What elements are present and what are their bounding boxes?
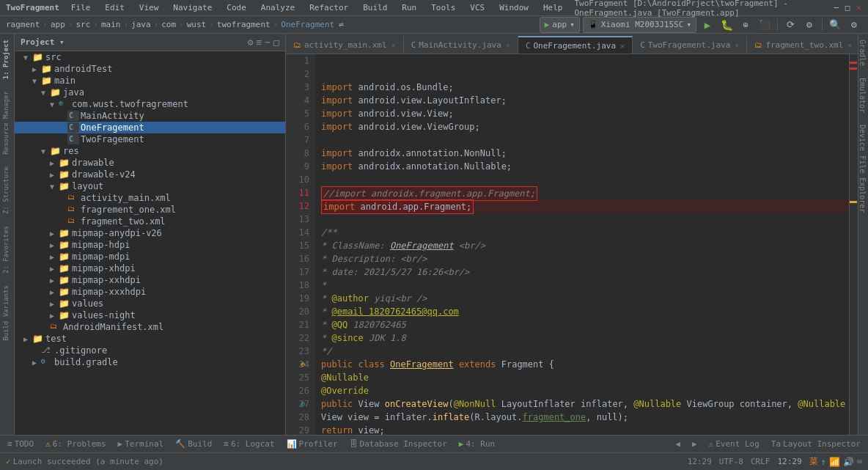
tree-item-values-night[interactable]: ▶ 📁 values-night xyxy=(15,309,285,321)
tab-onefragement-java[interactable]: C OneFragement.java ✕ xyxy=(518,36,633,54)
breadcrumb-java[interactable]: java xyxy=(131,20,151,29)
tree-item-mipmap-hdpi[interactable]: ▶ 📁 mipmap-hdpi xyxy=(15,239,285,251)
right-panel-gradle[interactable]: Gradle xyxy=(858,34,868,72)
bottom-tool-layout-inspector[interactable]: Ta Layout Inspector xyxy=(768,438,864,450)
tree-item-drawable-v24[interactable]: ▶ 📁 drawable-v24 xyxy=(15,169,285,180)
breadcrumb-src[interactable]: src xyxy=(76,20,90,29)
device-selector[interactable]: 📱 Xiaomi M2003J15SC ▾ xyxy=(583,17,696,33)
bottom-tool-run[interactable]: ▶ 4: Run xyxy=(456,438,498,450)
tree-item-onefragement[interactable]: ▶ C OneFragement xyxy=(15,122,285,133)
menu-item-window[interactable]: Window xyxy=(496,3,532,12)
sidebar-collapse-icon[interactable]: − xyxy=(265,37,271,48)
breadcrumb-onefragment[interactable]: OneFragment xyxy=(281,20,334,29)
breadcrumb-main[interactable]: main xyxy=(101,20,121,29)
breadcrumb-app[interactable]: app xyxy=(51,20,65,29)
maximize-btn[interactable]: □ xyxy=(844,3,850,13)
tab-mainactivity-java[interactable]: C MainActivity.java ✕ xyxy=(404,36,518,54)
menu-item-view[interactable]: View xyxy=(136,3,162,12)
menu-item-code[interactable]: Code xyxy=(224,3,249,12)
code-editor[interactable]: 1 2 3 4 5 6 7 8 9 10 11 12 13 14 xyxy=(286,54,849,435)
run-btn[interactable]: ▶ xyxy=(699,17,716,33)
tab-close-fragment-two[interactable]: ✕ xyxy=(847,41,852,49)
menu-item-edit[interactable]: Edit xyxy=(102,3,128,12)
settings2-btn[interactable]: ⚙ xyxy=(846,17,862,33)
menu-item-analyze[interactable]: Analyze xyxy=(258,3,298,12)
tree-item-mipmap-mdpi[interactable]: ▶ 📁 mipmap-mdpi xyxy=(15,251,285,262)
left-panel-resource[interactable]: Resource Manager xyxy=(0,85,14,161)
menu-item-tools[interactable]: Tools xyxy=(428,3,458,12)
close-btn[interactable]: ✕ xyxy=(856,3,862,13)
bottom-tool-build[interactable]: 🔨 Build xyxy=(172,438,215,450)
breadcrumb-com[interactable]: com xyxy=(161,20,176,29)
tab-close-activity-main[interactable]: ✕ xyxy=(391,41,396,49)
left-panel-build[interactable]: Build Variants xyxy=(0,279,14,347)
menu-item-help[interactable]: Help xyxy=(540,3,566,12)
search-btn[interactable]: 🔍 xyxy=(827,17,843,33)
bottom-tool-profiler[interactable]: 📊 Profiler xyxy=(284,438,341,450)
tab-activity-main-xml[interactable]: 🗂 activity_main.xml ✕ xyxy=(286,36,404,54)
tree-item-mipmap-anydpi[interactable]: ▶ 📁 mipmap-anydpi-v26 xyxy=(15,227,285,239)
breadcrumb-twofragment[interactable]: twofragment xyxy=(217,20,271,29)
status-line-sep[interactable]: CRLF xyxy=(751,457,770,466)
stop-btn[interactable]: ⬛ xyxy=(757,17,773,33)
breadcrumb-wust[interactable]: wust xyxy=(187,20,207,29)
left-panel-project[interactable]: 1: Project xyxy=(0,34,14,85)
menu-item-build[interactable]: Build xyxy=(360,3,390,12)
status-encoding[interactable]: UTF-8 xyxy=(719,457,743,466)
minimize-btn[interactable]: ─ xyxy=(833,3,839,13)
tree-item-test[interactable]: ▶ 📁 test xyxy=(15,333,285,345)
bottom-tool-problems[interactable]: ⚠ 6: Problems xyxy=(43,438,108,450)
menu-item-run[interactable]: Run xyxy=(399,3,419,12)
settings-btn[interactable]: ⚙ xyxy=(801,17,817,33)
menu-item-file[interactable]: File xyxy=(68,3,94,12)
tab-fragment-two-xml[interactable]: 🗂 fragment_two.xml ✕ xyxy=(747,36,858,54)
app-selector[interactable]: ▶ app ▾ xyxy=(540,17,580,33)
bottom-tool-event-log[interactable]: ⚠ Event Log xyxy=(706,438,762,450)
right-panel-device-file[interactable]: Device File Explorer xyxy=(858,119,868,219)
bottom-tool-database[interactable]: 🗄 Database Inspector xyxy=(347,438,450,450)
breadcrumb-ragment[interactable]: ragment xyxy=(6,20,40,29)
tree-item-package[interactable]: ▼ ⊕ com.wust.twofragrement xyxy=(15,98,285,110)
tree-item-mainactivity[interactable]: ▶ C MainActivity xyxy=(15,110,285,122)
sidebar-gear-icon[interactable]: ⚙ xyxy=(248,37,254,48)
bottom-tool-logcat[interactable]: ≡ 6: Logcat xyxy=(221,438,277,450)
tree-item-src[interactable]: ▼ 📁 src xyxy=(15,51,285,63)
tab-twofragement-java[interactable]: C TwoFragement.java ✕ xyxy=(633,36,747,54)
tree-item-res[interactable]: ▼ 📁 res xyxy=(15,145,285,157)
bottom-tool-terminal[interactable]: ▶ Terminal xyxy=(115,438,167,450)
bottom-tool-todo[interactable]: ≡ TODO xyxy=(4,438,37,450)
debug-btn[interactable]: 🐛 xyxy=(718,17,735,33)
bottom-scroll-left[interactable]: ◀ xyxy=(672,438,683,450)
tree-item-mipmap-xxhdpi[interactable]: ▶ 📁 mipmap-xxhdpi xyxy=(15,274,285,286)
tab-close-onefragement[interactable]: ✕ xyxy=(620,42,625,50)
tree-item-drawable[interactable]: ▶ 📁 drawable xyxy=(15,157,285,169)
tree-item-java[interactable]: ▼ 📁 java xyxy=(15,87,285,98)
tree-item-main[interactable]: ▼ 📁 main xyxy=(15,75,285,87)
sync-btn[interactable]: ⟳ xyxy=(782,17,798,33)
tree-item-gitignore[interactable]: ▶ ⎇ .gitignore xyxy=(15,345,285,356)
left-panel-favorites[interactable]: 2: Favorites xyxy=(0,220,14,279)
tree-item-fragment-two-xml[interactable]: ▶ 🗂 fragment_two.xml xyxy=(15,216,285,227)
sidebar-settings-icon[interactable]: ≡ xyxy=(257,37,262,48)
menu-item-navigate[interactable]: Navigate xyxy=(170,3,215,12)
sidebar-expand-icon[interactable]: □ xyxy=(273,37,279,48)
tree-item-fragrement-one-xml[interactable]: ▶ 🗂 fragrement_one.xml xyxy=(15,204,285,216)
tab-close-twofragement[interactable]: ✕ xyxy=(735,41,739,49)
nav-icon[interactable]: ⇌ xyxy=(339,20,344,29)
tree-item-mipmap-xxxhdpi[interactable]: ▶ 📁 mipmap-xxxhdpi xyxy=(15,286,285,298)
profile-btn[interactable]: ⊕ xyxy=(738,17,754,33)
tree-item-activity-main-xml[interactable]: ▶ 🗂 activity_main.xml xyxy=(15,192,285,204)
tree-item-mipmap-xhdpi[interactable]: ▶ 📁 mipmap-xhdpi xyxy=(15,262,285,274)
tree-item-twofragement[interactable]: ▶ C TwoFragement xyxy=(15,133,285,145)
tab-close-mainactivity[interactable]: ✕ xyxy=(506,41,510,49)
left-panel-structure[interactable]: Z: Structure xyxy=(0,161,14,220)
tree-item-androidmanifest[interactable]: ▶ 🗂 AndroidManifest.xml xyxy=(15,321,285,333)
tree-item-androidtest[interactable]: ▶ 📁 androidTest xyxy=(15,63,285,75)
menu-item-vcs[interactable]: VCS xyxy=(467,3,488,12)
menu-item-refactor[interactable]: Refactor xyxy=(306,3,351,12)
bottom-scroll-right[interactable]: ▶ xyxy=(689,438,700,450)
tree-item-values[interactable]: ▶ 📁 values xyxy=(15,298,285,309)
right-panel-emulator[interactable]: Emulator xyxy=(858,72,868,119)
tree-item-layout[interactable]: ▼ 📁 layout xyxy=(15,180,285,192)
tree-item-buildgradle[interactable]: ▶ ⚙ build.gradle xyxy=(15,356,285,368)
